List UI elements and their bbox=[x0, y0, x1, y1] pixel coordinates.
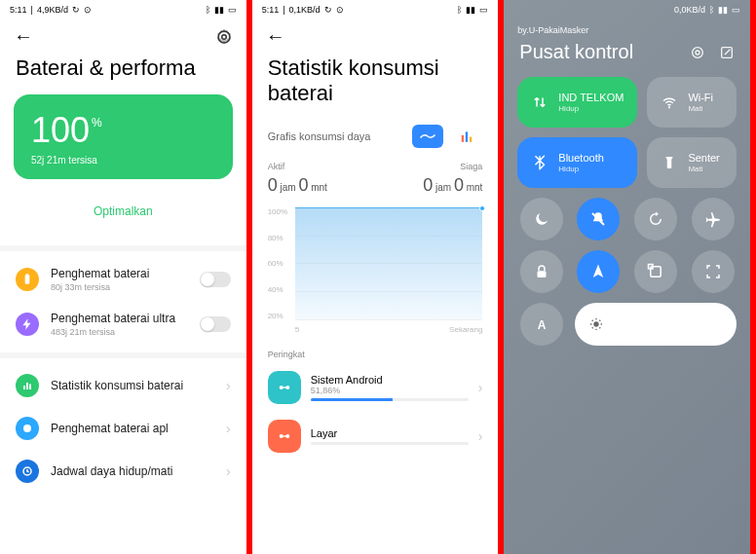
mini-mute[interactable] bbox=[577, 198, 620, 240]
battery-remaining: 52j 21m tersisa bbox=[31, 155, 215, 166]
battery-icon: ▭ bbox=[228, 5, 237, 15]
app-row[interactable]: Layar › bbox=[252, 412, 499, 461]
chart-y-labels: 100%80%60%40%20% bbox=[268, 207, 287, 320]
toggle-ultra-saver[interactable] bbox=[200, 316, 231, 332]
mini-scan[interactable] bbox=[692, 250, 735, 293]
svg-text:A: A bbox=[537, 318, 546, 332]
tile-torch[interactable]: SenterMati bbox=[647, 137, 737, 188]
app-row[interactable]: Sistem Android51,86% › bbox=[252, 363, 499, 412]
screenshot-icon bbox=[647, 263, 664, 280]
mini-plane[interactable] bbox=[692, 198, 735, 240]
row-ultra-saver[interactable]: Penghemat baterai ultra 483j 21m tersisa bbox=[0, 302, 246, 347]
brightness-icon bbox=[588, 316, 604, 332]
row-schedule[interactable]: Jadwal daya hidup/mati › bbox=[0, 450, 246, 493]
active-time: 0 jam 0 mnt bbox=[268, 175, 327, 196]
tile-data[interactable]: IND TELKOMHidup bbox=[517, 77, 637, 128]
back-button[interactable]: ← bbox=[266, 25, 285, 48]
phone-stats: 5:11|0,1KB/d↻⊙ ᛒ▮▮▭ ← Statistik konsumsi… bbox=[252, 0, 505, 554]
divider bbox=[0, 245, 246, 251]
rotate-icon bbox=[647, 210, 664, 228]
chevron-right-icon: › bbox=[478, 380, 483, 395]
stats-icon bbox=[16, 374, 39, 397]
row-title: Penghemat baterai ultra bbox=[51, 312, 188, 325]
svg-point-17 bbox=[696, 51, 699, 55]
row-title: Jadwal daya hidup/mati bbox=[51, 464, 214, 478]
mini-font[interactable]: A bbox=[520, 303, 563, 346]
svg-point-25 bbox=[593, 321, 598, 326]
app-name: Layar bbox=[311, 427, 469, 439]
edit-icon[interactable] bbox=[719, 45, 735, 60]
app-icon bbox=[268, 420, 301, 453]
chart-toggle-label: Grafis konsumsi daya bbox=[268, 130, 371, 142]
status-time: 5:11 bbox=[262, 5, 280, 15]
scan-icon bbox=[704, 263, 722, 280]
settings-icon[interactable] bbox=[215, 28, 233, 46]
location-icon bbox=[589, 263, 607, 280]
divider bbox=[0, 352, 246, 358]
tile-sub: Mati bbox=[688, 165, 719, 173]
svg-rect-5 bbox=[26, 383, 28, 389]
cc-header: Pusat kontrol bbox=[504, 37, 750, 77]
chevron-right-icon: › bbox=[226, 463, 231, 479]
mute-icon bbox=[589, 210, 607, 228]
mini-screenshot[interactable] bbox=[634, 250, 677, 293]
bt-icon: ᛒ bbox=[206, 5, 210, 15]
meta-idle: Siaga bbox=[460, 162, 482, 171]
tile-label: Bluetooth bbox=[558, 152, 603, 165]
chart-endpoint bbox=[479, 205, 485, 211]
status-time: 5:11 bbox=[10, 5, 27, 15]
back-button[interactable]: ← bbox=[14, 25, 33, 48]
carrier-label: by.U-PakaiMasker bbox=[504, 18, 750, 37]
mini-moon[interactable] bbox=[520, 198, 563, 240]
tile-wifi[interactable]: Wi-FiMati bbox=[647, 77, 737, 128]
chart-bar-button[interactable] bbox=[451, 125, 482, 148]
row-title: Statistik konsumsi baterai bbox=[51, 379, 214, 392]
plane-icon bbox=[704, 210, 722, 228]
moon-icon bbox=[533, 210, 550, 228]
svg-rect-4 bbox=[23, 386, 25, 389]
tile-sub: Hidup bbox=[558, 165, 603, 173]
chart-line-button[interactable] bbox=[412, 125, 443, 148]
mini-rotate[interactable] bbox=[634, 198, 677, 240]
phone-control-center: 0,0KB/dᛒ▮▮▭ by.U-PakaiMasker Pusat kontr… bbox=[504, 0, 756, 554]
mini-lock[interactable] bbox=[520, 250, 563, 293]
svg-point-16 bbox=[693, 47, 703, 57]
app-list: Sistem Android51,86% › Layar › bbox=[252, 363, 499, 461]
battery-percent: 100 bbox=[31, 110, 90, 151]
svg-rect-9 bbox=[462, 135, 464, 142]
brightness-slider[interactable] bbox=[575, 303, 737, 346]
idle-time: 0 jam 0 mnt bbox=[423, 175, 482, 196]
svg-point-7 bbox=[23, 425, 31, 432]
app-saver-icon bbox=[16, 417, 39, 440]
svg-point-0 bbox=[221, 34, 226, 39]
battery-card: 100 % 52j 21m tersisa bbox=[14, 94, 233, 179]
svg-rect-11 bbox=[470, 136, 472, 141]
tile-bt[interactable]: BluetoothHidup bbox=[517, 137, 637, 188]
mini-grid: A bbox=[504, 188, 750, 346]
tile-sub: Mati bbox=[688, 104, 713, 113]
settings-icon[interactable] bbox=[690, 45, 705, 60]
tile-label: IND TELKOM bbox=[558, 92, 624, 104]
optimize-button[interactable]: Optimalkan bbox=[14, 193, 233, 230]
percent-symbol: % bbox=[92, 116, 102, 129]
svg-rect-10 bbox=[466, 131, 468, 142]
ultra-saver-icon bbox=[16, 313, 39, 336]
row-stats[interactable]: Statistik konsumsi baterai › bbox=[0, 364, 246, 407]
svg-rect-6 bbox=[29, 385, 31, 390]
signal-icon: ▮▮ bbox=[214, 5, 224, 15]
status-bar: 5:11|0,1KB/d↻⊙ ᛒ▮▮▭ bbox=[252, 0, 499, 18]
toggle-battery-saver[interactable] bbox=[200, 272, 231, 287]
svg-rect-20 bbox=[667, 160, 672, 168]
chevron-right-icon: › bbox=[226, 378, 231, 393]
row-app-saver[interactable]: Penghemat baterai apl › bbox=[0, 407, 246, 450]
cc-title: Pusat kontrol bbox=[519, 41, 633, 63]
status-bar: 5:11|4,9KB/d↻⊙ ᛒ▮▮▭ bbox=[0, 0, 246, 18]
chevron-right-icon: › bbox=[226, 421, 231, 436]
chart-x-labels: 5Sekarang bbox=[295, 325, 483, 334]
svg-rect-3 bbox=[26, 275, 28, 277]
header: ← bbox=[0, 18, 246, 52]
row-battery-saver[interactable]: Penghemat baterai 80j 33m tersisa bbox=[0, 257, 246, 302]
lock-icon bbox=[533, 263, 550, 280]
mini-location[interactable] bbox=[577, 250, 620, 293]
svg-rect-21 bbox=[537, 271, 546, 277]
